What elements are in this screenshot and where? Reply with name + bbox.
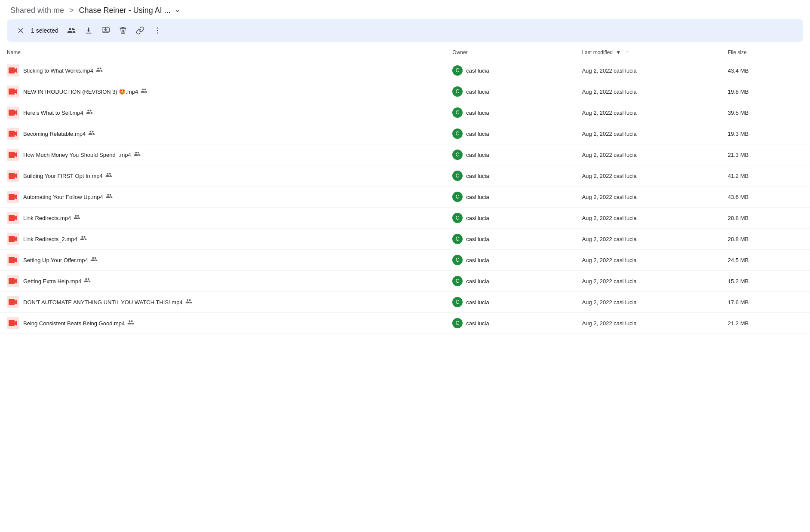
file-size: 17.6 MB [728, 299, 749, 306]
modified-cell: Aug 2, 2022 casl lucia [575, 123, 721, 144]
file-size: 15.2 MB [728, 278, 749, 284]
file-name-cell: Building Your FIRST Opt In.mp4 [0, 165, 445, 187]
chevron-down-icon[interactable] [173, 6, 182, 15]
breadcrumb-current-label: Chase Reiner - Using AI ... [79, 6, 171, 15]
owner-name: casl lucia [466, 173, 489, 179]
sort-arrow-icon: ▼ [616, 49, 621, 55]
add-to-drive-button[interactable] [98, 23, 114, 38]
table-row[interactable]: DON'T AUTOMATE ANYTHING UNTIL YOU WATCH … [0, 292, 810, 313]
size-cell: 20.8 MB [721, 229, 810, 250]
video-file-icon [7, 233, 19, 245]
table-row[interactable]: Setting Up Your Offer.mp4 C casl lucia A… [0, 250, 810, 271]
file-size: 43.4 MB [728, 67, 749, 74]
table-row[interactable]: How Much Money You Should Spend_.mp4 C c… [0, 144, 810, 165]
breadcrumb-current[interactable]: Chase Reiner - Using AI ... [79, 6, 182, 15]
modified-cell: Aug 2, 2022 casl lucia [575, 102, 721, 123]
file-size: 21.2 MB [728, 320, 749, 327]
table-row[interactable]: Being Consistent Beats Being Good.mp4 C … [0, 313, 810, 334]
shared-icon [74, 214, 80, 222]
modified-cell: Aug 2, 2022 casl lucia [575, 165, 721, 187]
svg-rect-18 [9, 194, 15, 200]
download-button[interactable] [81, 23, 96, 38]
owner-name: casl lucia [466, 236, 489, 242]
table-row[interactable]: Here's What to Sell.mp4 C casl lucia Aug… [0, 102, 810, 123]
file-size: 43.6 MB [728, 194, 749, 200]
file-name-cell: Becoming Relatable.mp4 [0, 123, 445, 144]
size-cell: 43.4 MB [721, 60, 810, 81]
size-cell: 21.2 MB [721, 313, 810, 334]
add-person-button[interactable] [64, 23, 79, 38]
modified-date: Aug 2, 2022 casl lucia [582, 278, 637, 284]
svg-rect-16 [9, 173, 15, 179]
close-selection-button[interactable] [14, 24, 28, 37]
size-cell: 20.8 MB [721, 208, 810, 229]
owner-avatar: C [452, 234, 463, 244]
video-file-icon [7, 107, 19, 119]
owner-cell: C casl lucia [445, 271, 575, 292]
svg-rect-12 [9, 131, 15, 137]
delete-button[interactable] [115, 23, 131, 38]
video-file-icon [7, 191, 19, 203]
modified-date: Aug 2, 2022 casl lucia [582, 215, 637, 221]
table-row[interactable]: NEW INTRODUCTION (REVISION 3) 🤩.mp4 C ca… [0, 81, 810, 102]
size-cell: 41.2 MB [721, 165, 810, 187]
more-actions-button[interactable] [150, 23, 165, 38]
svg-rect-10 [9, 110, 15, 116]
file-name-cell: Sticking to What Works.mp4 [0, 60, 445, 81]
shared-icon [96, 66, 103, 75]
owner-cell: C casl lucia [445, 123, 575, 144]
size-cell: 24.5 MB [721, 250, 810, 271]
table-row[interactable]: Getting Extra Help.mp4 C casl lucia Aug … [0, 271, 810, 292]
owner-name: casl lucia [466, 278, 489, 284]
size-cell: 17.6 MB [721, 292, 810, 313]
header: Shared with me > Chase Reiner - Using AI… [0, 0, 810, 19]
svg-rect-26 [9, 278, 15, 284]
column-header-modified[interactable]: Last modified ▼ ↑ [575, 45, 721, 60]
owner-cell: C casl lucia [445, 250, 575, 271]
owner-avatar: C [452, 171, 463, 181]
modified-cell: Aug 2, 2022 casl lucia [575, 250, 721, 271]
file-name-text: Building Your FIRST Opt In.mp4 [23, 171, 112, 180]
file-name-text: Automating Your Follow Up.mp4 [23, 193, 113, 201]
file-size: 41.2 MB [728, 173, 749, 179]
video-file-icon [7, 212, 19, 224]
file-name-cell: NEW INTRODUCTION (REVISION 3) 🤩.mp4 [0, 81, 445, 102]
svg-point-2 [157, 28, 158, 28]
file-name-cell: Being Consistent Beats Being Good.mp4 [0, 313, 445, 334]
file-name-text: Being Consistent Beats Being Good.mp4 [23, 319, 134, 327]
table-row[interactable]: Automating Your Follow Up.mp4 C casl luc… [0, 187, 810, 208]
table-row[interactable]: Link Redirects.mp4 C casl lucia Aug 2, 2… [0, 208, 810, 229]
table-row[interactable]: Link Redirects_2.mp4 C casl lucia Aug 2,… [0, 229, 810, 250]
owner-name: casl lucia [466, 152, 489, 158]
owner-name: casl lucia [466, 320, 489, 327]
size-cell: 43.6 MB [721, 187, 810, 208]
table-row[interactable]: Building Your FIRST Opt In.mp4 C casl lu… [0, 165, 810, 187]
svg-rect-20 [9, 215, 15, 221]
shared-icon [106, 193, 113, 201]
video-file-icon [7, 317, 19, 329]
get-link-button[interactable] [132, 23, 148, 38]
owner-name: casl lucia [466, 194, 489, 200]
file-size: 20.8 MB [728, 215, 749, 221]
owner-avatar: C [452, 318, 463, 328]
file-size: 24.5 MB [728, 257, 749, 263]
modified-cell: Aug 2, 2022 casl lucia [575, 60, 721, 81]
upload-arrow-icon[interactable]: ↑ [626, 49, 629, 55]
shared-icon [127, 319, 134, 327]
modified-date: Aug 2, 2022 casl lucia [582, 131, 637, 137]
video-file-icon [7, 64, 19, 76]
modified-cell: Aug 2, 2022 casl lucia [575, 144, 721, 165]
table-row[interactable]: Sticking to What Works.mp4 C casl lucia … [0, 60, 810, 81]
file-name-cell: DON'T AUTOMATE ANYTHING UNTIL YOU WATCH … [0, 292, 445, 313]
file-name-cell: Link Redirects_2.mp4 [0, 229, 445, 250]
file-name-text: Becoming Relatable.mp4 [23, 129, 95, 138]
breadcrumb-shared[interactable]: Shared with me [10, 6, 64, 15]
modified-date: Aug 2, 2022 casl lucia [582, 194, 637, 200]
table-row[interactable]: Becoming Relatable.mp4 C casl lucia Aug … [0, 123, 810, 144]
owner-avatar: C [452, 192, 463, 202]
owner-avatar: C [452, 297, 463, 307]
owner-name: casl lucia [466, 299, 489, 306]
file-name-text: DON'T AUTOMATE ANYTHING UNTIL YOU WATCH … [23, 298, 192, 306]
shared-icon [141, 87, 147, 96]
video-file-icon [7, 275, 19, 287]
